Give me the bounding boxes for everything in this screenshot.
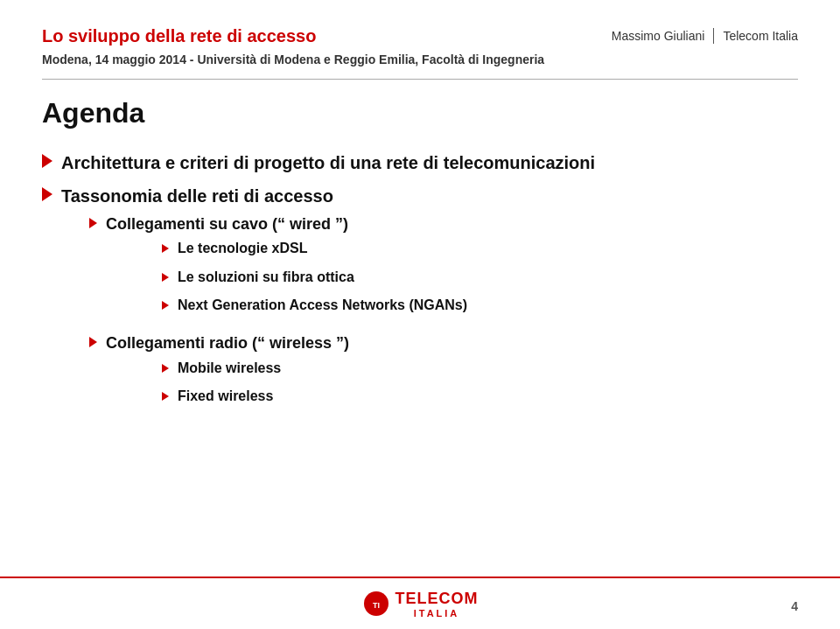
bullet-text: Collegamenti su cavo (“ wired ”) <box>106 215 348 233</box>
slide-title: Lo sviluppo della rete di accesso <box>42 24 544 47</box>
list-item: Collegamenti radio (“ wireless ”) Mobile… <box>89 332 467 415</box>
author-name: Massimo Giuliani <box>612 29 705 43</box>
header-right: Massimo Giuliani Telecom Italia <box>612 28 798 44</box>
list-item: Tassonomia delle reti di accesso Collega… <box>42 184 798 423</box>
bullet-arrow-icon <box>42 154 52 168</box>
telecom-logo-text: TELECOM ITALIA <box>396 590 479 619</box>
bullet-text: Tassonomia delle reti di accesso <box>61 186 333 206</box>
svg-text:TI: TI <box>373 601 380 610</box>
bullet-arrow-icon <box>89 337 97 347</box>
list-item: Mobile wireless <box>162 359 349 378</box>
bullet-text: Next Generation Access Networks (NGANs) <box>178 296 467 315</box>
bullet-arrow-icon <box>162 273 169 282</box>
bullet-arrow-icon <box>42 187 52 201</box>
footer: TI TELECOM ITALIA <box>0 577 840 629</box>
telecom-logo-icon: TI <box>362 590 390 618</box>
header-rule <box>42 79 798 80</box>
bullet-arrow-icon <box>162 301 169 310</box>
mobile-wireless-text: Mobile wireless <box>178 359 281 378</box>
bullet-arrow-icon <box>89 218 97 228</box>
agenda-title: Agenda <box>42 97 798 129</box>
slide-container: Lo sviluppo della rete di accesso Modena… <box>0 0 840 629</box>
sub-sub-list: Mobile wireless Fixed wireless <box>162 359 349 407</box>
sub-sub-list: Le tecnologie xDSL Le soluzioni su fibra… <box>162 239 467 315</box>
telecom-logo-top: TELECOM <box>396 590 479 608</box>
list-item: Le tecnologie xDSL <box>162 239 467 258</box>
telecom-logo-bottom: ITALIA <box>414 608 460 619</box>
list-item: Architettura e criteri di progetto di un… <box>42 150 798 175</box>
bullet-arrow-icon <box>162 392 169 401</box>
list-item: Collegamenti su cavo (“ wired ”) Le tecn… <box>89 213 467 324</box>
list-item: Next Generation Access Networks (NGANs) <box>162 296 467 315</box>
page-number: 4 <box>791 599 798 613</box>
bullet-text: Collegamenti radio (“ wireless ”) <box>106 334 349 352</box>
sub-list: Collegamenti su cavo (“ wired ”) Le tecn… <box>89 213 467 415</box>
list-item: Fixed wireless <box>162 387 349 406</box>
bullet-text: Le tecnologie xDSL <box>178 239 307 258</box>
company-name: Telecom Italia <box>723 29 798 43</box>
agenda-list: Architettura e criteri di progetto di un… <box>42 150 798 423</box>
header-divider <box>713 28 714 44</box>
bullet-text: Le soluzioni su fibra ottica <box>178 268 354 287</box>
list-item: Le soluzioni su fibra ottica <box>162 268 467 287</box>
bullet-arrow-icon <box>162 364 169 373</box>
fixed-wireless-text: Fixed wireless <box>178 387 273 406</box>
bullet-arrow-icon <box>162 244 169 253</box>
bullet-item-with-children: Tassonomia delle reti di accesso Collega… <box>61 184 467 423</box>
bullet-text: Architettura e criteri di progetto di un… <box>61 150 595 175</box>
header: Lo sviluppo della rete di accesso Modena… <box>42 24 798 66</box>
header-left: Lo sviluppo della rete di accesso Modena… <box>42 24 544 66</box>
bullet-item-with-children: Collegamenti radio (“ wireless ”) Mobile… <box>106 332 349 415</box>
slide-subtitle: Modena, 14 maggio 2014 - Università di M… <box>42 52 544 66</box>
bullet-item-with-children: Collegamenti su cavo (“ wired ”) Le tecn… <box>106 213 467 324</box>
telecom-logo: TI TELECOM ITALIA <box>362 590 479 619</box>
